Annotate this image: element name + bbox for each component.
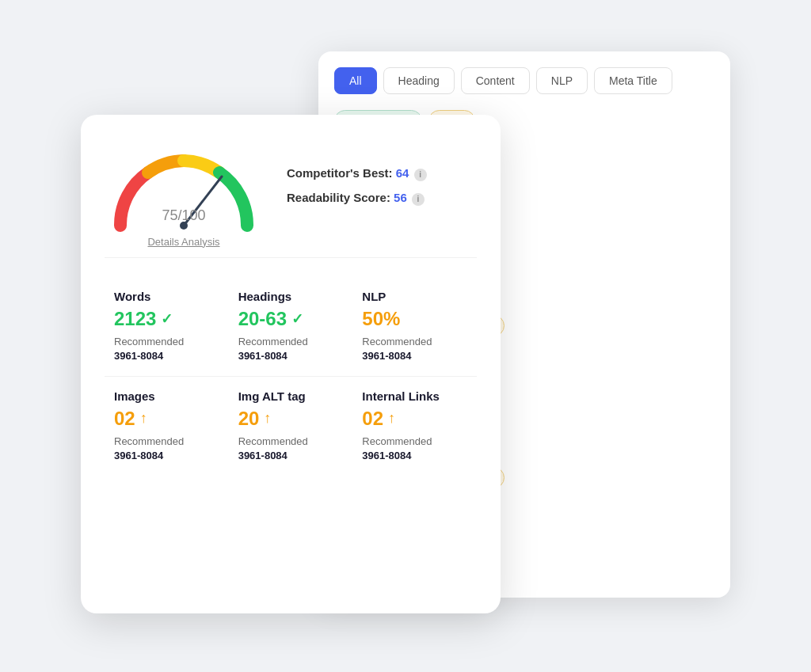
images-value: 02 ↑	[114, 408, 219, 430]
tab-meta-title[interactable]: Meta Title	[594, 67, 672, 94]
tab-bar: All Heading Content NLP Meta Title	[334, 67, 714, 94]
headings-check-icon: ✓	[291, 310, 303, 328]
headings-rec-label: Recommended	[238, 336, 308, 347]
headings-number: 20-63	[238, 308, 287, 330]
tab-nlp[interactable]: NLP	[536, 67, 588, 94]
details-analysis-link[interactable]: Details Analysis	[147, 236, 219, 248]
headings-value: 20-63 ✓	[238, 308, 344, 330]
metric-nlp: NLP 50% Recommended 3961-8084	[352, 277, 477, 377]
words-number: 2123	[114, 308, 156, 330]
readability-label: Readability Score:	[287, 191, 390, 204]
img-alt-arrow-icon: ↑	[264, 410, 271, 427]
gauge-svg	[105, 139, 263, 241]
img-alt-rec-label: Recommended	[238, 435, 308, 447]
metric-words: Words 2123 ✓ Recommended 3961-8084	[105, 277, 229, 377]
images-rec-label: Recommended	[114, 435, 184, 447]
nlp-value: 50%	[362, 308, 467, 330]
words-label: Words	[114, 290, 219, 303]
gauge-container: 75/100 Details Analysis	[105, 139, 263, 233]
internal-links-value: 02 ↑	[362, 408, 467, 430]
internal-links-rec-value: 3961-8084	[362, 449, 467, 463]
internal-links-label: Internal Links	[362, 389, 467, 403]
score-denominator: 100	[182, 207, 206, 223]
internal-links-number: 02	[362, 408, 383, 430]
metric-headings: Headings 20-63 ✓ Recommended 3961-8084	[229, 277, 353, 377]
score-info: Competitor's Best: 64 i Readability Scor…	[287, 166, 427, 206]
tab-content[interactable]: Content	[461, 67, 530, 94]
readability-row: Readability Score: 56 i	[287, 191, 427, 206]
tab-heading[interactable]: Heading	[383, 67, 455, 94]
img-alt-rec-value: 3961-8084	[238, 449, 344, 463]
competitors-value: 64	[396, 166, 409, 180]
images-recommended: Recommended 3961-8084	[114, 435, 219, 463]
competitors-label: Competitor's Best:	[287, 166, 393, 180]
score-panel: 75/100 Details Analysis Competitor's Bes…	[81, 115, 501, 613]
metric-images: Images 02 ↑ Recommended 3961-8084	[105, 377, 229, 476]
nlp-label: NLP	[362, 290, 467, 303]
metric-img-alt: Img ALT tag 20 ↑ Recommended 3961-8084	[229, 377, 353, 476]
internal-links-recommended: Recommended 3961-8084	[362, 435, 467, 463]
img-alt-recommended: Recommended 3961-8084	[238, 435, 344, 463]
words-rec-value: 3961-8084	[114, 349, 219, 363]
words-value: 2123 ✓	[114, 308, 219, 330]
words-rec-label: Recommended	[114, 336, 184, 347]
headings-recommended: Recommended 3961-8084	[238, 335, 344, 363]
competitors-info-icon[interactable]: i	[414, 169, 427, 181]
gauge-score: 75/100	[162, 200, 205, 226]
metric-internal-links: Internal Links 02 ↑ Recommended 3961-808…	[352, 377, 477, 476]
nlp-rec-label: Recommended	[362, 336, 432, 347]
competitors-best-row: Competitor's Best: 64 i	[287, 166, 427, 181]
nlp-recommended: Recommended 3961-8084	[362, 335, 467, 363]
internal-links-arrow-icon: ↑	[388, 410, 395, 427]
tab-all[interactable]: All	[334, 67, 377, 94]
gauge-section: 75/100 Details Analysis Competitor's Bes…	[105, 139, 477, 258]
readability-info-icon[interactable]: i	[412, 193, 425, 206]
main-scene: All Heading Content NLP Meta Title write…	[81, 51, 730, 621]
images-rec-value: 3961-8084	[114, 449, 219, 463]
img-alt-value: 20 ↑	[238, 408, 344, 430]
images-arrow-icon: ↑	[140, 410, 147, 427]
nlp-number: 50%	[362, 308, 400, 330]
readability-value: 56	[394, 191, 407, 204]
words-recommended: Recommended 3961-8084	[114, 335, 219, 363]
headings-label: Headings	[238, 290, 344, 303]
img-alt-number: 20	[238, 408, 260, 430]
img-alt-label: Img ALT tag	[238, 389, 344, 403]
metrics-grid: Words 2123 ✓ Recommended 3961-8084 Headi…	[105, 277, 477, 476]
score-numerator: 75	[162, 207, 177, 223]
nlp-rec-value: 3961-8084	[362, 349, 467, 363]
images-label: Images	[114, 389, 219, 403]
words-check-icon: ✓	[161, 310, 173, 328]
internal-links-rec-label: Recommended	[362, 435, 432, 447]
headings-rec-value: 3961-8084	[238, 349, 344, 363]
images-number: 02	[114, 408, 135, 430]
